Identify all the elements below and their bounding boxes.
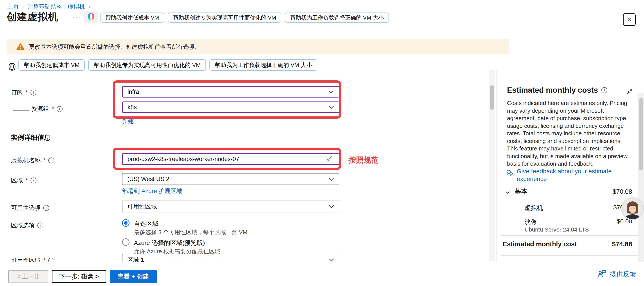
breadcrumb: 主页 › 计算基础结构 | 虚拟机 › (7, 3, 90, 11)
collapse-panel-icon[interactable] (626, 87, 634, 96)
form-scrollbar-thumb[interactable] (490, 85, 494, 110)
zone-self-select-radio[interactable] (122, 219, 130, 227)
resource-group-dropdown[interactable]: k8s (122, 102, 339, 113)
chevron-down-icon (329, 89, 334, 94)
create-vm-page: 主页 › 计算基础结构 | 虚拟机 › 创建虚拟机 ··· 帮助我创 (0, 0, 644, 286)
suggestion-low-cost-vm-button[interactable]: 帮助我创建低成本 VM (100, 13, 164, 23)
zone-self-select-label[interactable]: 自选区域 (134, 220, 158, 228)
give-feedback-link[interactable]: 提供反馈 (597, 269, 636, 280)
info-icon[interactable]: i (43, 205, 49, 211)
suggestion-right-vm-size-button[interactable]: 帮助我为工作负载选择正确的 VM 大小 (285, 13, 389, 23)
copilot-button[interactable] (84, 11, 98, 23)
cost-item-amount: $0.00 (617, 218, 632, 226)
availability-options-value: 可用性区域 (127, 202, 157, 210)
cost-total-amount: $74.88 (612, 240, 632, 248)
copilot-suggestions-body: 帮助我创建低成本 VM 帮助我创建专为实现高可用性而优化的 VM 帮助我为工作负… (18, 59, 318, 71)
valid-check-icon: ✓ (326, 154, 333, 164)
required-mark: * (26, 177, 28, 184)
required-mark: * (43, 157, 46, 164)
region-label: 区域 * i (11, 176, 36, 184)
availability-options-dropdown[interactable]: 可用性区域 (122, 201, 339, 212)
breadcrumb-separator-icon: › (88, 3, 90, 10)
more-menu-button[interactable]: ··· (72, 14, 81, 21)
zone-azure-select-radio[interactable] (122, 238, 130, 246)
cost-item-sub-label: Ubuntu Server 24.04 LTS (524, 226, 589, 233)
create-new-resource-group-link[interactable]: 新建 (122, 117, 134, 125)
cost-item-vm: 虚拟机 $70.08 (524, 204, 632, 212)
breadcrumb-virtual-machines[interactable]: 计算基础结构 | 虚拟机 (27, 3, 85, 11)
region-value: (US) West US 2 (127, 176, 170, 183)
feedback-bubbles-icon (506, 169, 514, 183)
form-scrollbar[interactable] (489, 70, 495, 261)
suggestion-high-availability-vm-button[interactable]: 帮助我创建专为实现高可用性而优化的 VM (168, 13, 281, 23)
copilot-logo-icon (87, 12, 96, 22)
cost-item-label: 虚拟机 (524, 204, 543, 212)
vm-name-input[interactable]: prod-usw2-k8s-freeleaps-worker-nodes-07 … (122, 153, 339, 165)
warning-text: 更改基本选项可能会重置所做的选择。创建虚拟机前查看所有选项。 (29, 43, 200, 51)
suggestion-high-availability-vm-button[interactable]: 帮助我创建专为实现高可用性而优化的 VM (88, 59, 206, 71)
review-create-button[interactable]: 查看 + 创建 (110, 270, 157, 283)
cost-group-basic[interactable]: 基本 $70.08 (506, 187, 632, 196)
panel-scrollbar[interactable] (638, 93, 644, 286)
copilot-suggestions-header: 帮助我创建低成本 VM 帮助我创建专为实现高可用性而优化的 VM 帮助我为工作负… (100, 13, 389, 23)
estimate-feedback-link[interactable]: Give feedback about your estimate experi… (506, 167, 625, 183)
instance-details-heading: 实例详细信息 (11, 133, 50, 142)
suggestion-low-cost-vm-button[interactable]: 帮助我创建低成本 VM (18, 59, 85, 71)
zone-options-label: 区域选项 i (11, 221, 43, 229)
panel-divider (496, 70, 496, 262)
next-disks-button[interactable]: 下一步: 磁盘 > (52, 270, 106, 283)
chevron-down-icon (329, 256, 334, 262)
zone-azure-select-label[interactable]: Azure 选择的区域(预览版) (134, 239, 205, 247)
feedback-person-icon (597, 269, 607, 280)
zone-self-select-description: 最多选择 3 个可用性区域，每个区域一台 VM (134, 228, 247, 236)
info-icon[interactable]: i (37, 222, 43, 228)
cost-item-image: 映像 $0.00 (524, 218, 632, 226)
cost-divider (501, 255, 638, 256)
required-mark: * (52, 106, 54, 112)
cost-group-amount: $70.08 (612, 188, 632, 195)
deploy-edge-zone-link[interactable]: 部署到 Azure 扩展区域 (122, 187, 182, 195)
cost-total-row: Estimated monthly cost $74.88 (503, 240, 632, 248)
cost-disclaimer: Costs indicated here are estimates only.… (507, 99, 632, 168)
warning-icon (16, 42, 24, 51)
breadcrumb-home[interactable]: 主页 (7, 3, 19, 11)
chevron-down-icon[interactable] (506, 190, 510, 193)
cost-group-label: 基本 (515, 187, 528, 196)
panel-scrollbar-thumb[interactable] (639, 98, 643, 170)
chevron-down-icon (329, 203, 334, 208)
info-icon[interactable]: i (48, 157, 54, 163)
annotation-text: 按照规范 (348, 155, 378, 165)
required-mark: * (26, 89, 28, 96)
close-icon: ✕ (626, 15, 632, 24)
breadcrumb-separator-icon: › (22, 3, 24, 10)
info-icon[interactable]: i (30, 177, 36, 183)
subscription-value: infra (128, 89, 139, 95)
cost-panel-title: Estimated monthly costs (507, 86, 598, 94)
availability-options-label: 可用性选项 i (11, 204, 49, 212)
feedback-label: 提供反馈 (610, 270, 636, 279)
cost-total-label: Estimated monthly cost (503, 240, 577, 248)
vm-name-value: prod-usw2-k8s-freeleaps-worker-nodes-07 (128, 156, 239, 163)
vm-name-label: 虚拟机名称 * i (11, 156, 54, 164)
info-icon[interactable]: i (57, 106, 62, 112)
previous-button[interactable]: < 上一步 (8, 270, 48, 283)
tree-connector (13, 99, 30, 111)
resource-group-label: 资源组 * i (31, 105, 62, 113)
footer-bar: < 上一步 下一步: 磁盘 > 查看 + 创建 提供反馈 (0, 262, 644, 286)
region-dropdown[interactable]: (US) West US 2 (122, 173, 339, 185)
avatar[interactable] (622, 198, 643, 219)
subscription-dropdown[interactable]: infra (122, 86, 339, 98)
info-icon[interactable]: i (602, 87, 607, 93)
chevron-down-icon (329, 104, 334, 109)
warning-banner: 更改基本选项可能会重置所做的选择。创建虚拟机前查看所有选项。 (6, 39, 509, 55)
cost-panel-title-row: Estimated monthly costs i (507, 86, 607, 94)
close-button[interactable]: ✕ (623, 13, 636, 26)
cost-divider (501, 235, 638, 236)
resource-group-value: k8s (128, 104, 137, 111)
chevron-down-icon (329, 176, 334, 181)
info-icon[interactable]: i (30, 90, 36, 96)
page-title: 创建虚拟机 (6, 10, 58, 24)
copilot-outline-icon (8, 62, 17, 73)
suggestion-right-vm-size-button[interactable]: 帮助我为工作负载选择正确的 VM 大小 (210, 59, 317, 71)
subscription-label: 订阅 * i (11, 89, 36, 96)
